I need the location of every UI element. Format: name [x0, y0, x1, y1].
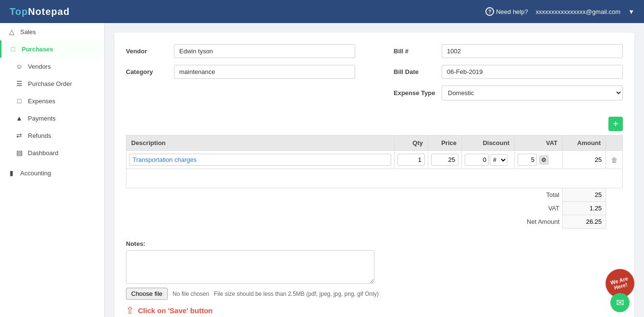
sidebar-label-purchases: Purchases	[22, 46, 53, 53]
form-card: Vendor Category Bill # Bill Date	[114, 33, 634, 317]
refunds-icon: ⇄	[15, 132, 23, 139]
form-right: Bill # Bill Date Expense Type Domestic I…	[374, 44, 623, 107]
arrow-up-icon: ⇧	[126, 305, 134, 315]
expense-type-label: Expense Type	[394, 89, 442, 97]
sidebar-label-dashboard: Dashboard	[28, 149, 59, 157]
sidebar-item-vendors[interactable]: ☺ Vendors	[0, 58, 104, 75]
sidebar-item-payments[interactable]: ▲ Payments	[0, 110, 104, 127]
vat-total-value: 1.25	[563, 202, 606, 215]
sidebar-label-purchase-order: Purchase Order	[28, 80, 72, 87]
col-discount: Discount	[462, 135, 515, 151]
header-right: ? Need help? xxxxxxxxxxxxxxxx@gmail.com …	[485, 7, 634, 16]
add-row-button[interactable]: +	[608, 117, 623, 131]
price-cell	[428, 151, 462, 169]
total-row: Total 25	[126, 188, 623, 202]
logo: TopNotepad	[10, 6, 70, 17]
logo-top: Top	[10, 6, 28, 17]
action-hint: ⇧ Click on 'Save' button	[126, 305, 623, 315]
vat-cell: ⚙	[515, 151, 563, 169]
discount-input[interactable]	[465, 154, 489, 166]
sidebar-label-sales: Sales	[20, 28, 36, 36]
help-link[interactable]: ? Need help?	[485, 7, 528, 16]
col-amount: Amount	[563, 135, 606, 151]
table-row: # % ⚙	[126, 151, 623, 169]
col-description: Description	[126, 135, 395, 151]
top-form: Vendor Category Bill # Bill Date	[126, 44, 623, 107]
sidebar-item-accounting[interactable]: ▮ Accounting	[0, 164, 104, 182]
col-qty: Qty	[395, 135, 428, 151]
discount-type-select[interactable]: # %	[490, 154, 508, 166]
chat-button[interactable]: ✉	[610, 293, 630, 312]
user-email[interactable]: xxxxxxxxxxxxxxxx@gmail.com	[536, 8, 620, 15]
bill-num-input[interactable]	[442, 44, 623, 58]
delete-row-button[interactable]: 🗑	[609, 156, 619, 164]
sidebar-item-expenses[interactable]: □ Expenses	[0, 92, 104, 110]
sidebar-item-dashboard[interactable]: ▤ Dashboard	[0, 144, 104, 161]
vendors-icon: ☺	[15, 62, 23, 70]
vendor-input[interactable]	[174, 44, 355, 58]
category-row: Category	[126, 65, 355, 79]
main-layout: △ Sales □ Purchases ☺ Vendors ☰ Purchase…	[0, 23, 644, 317]
total-label: Total	[515, 188, 563, 202]
sales-icon: △	[8, 28, 15, 36]
qty-cell	[395, 151, 428, 169]
table-header-row: +	[126, 117, 623, 131]
vat-total-label: VAT	[515, 202, 563, 215]
hint-text: Click on 'Save' button	[138, 306, 213, 315]
sidebar-label-payments: Payments	[28, 115, 56, 122]
vendor-row: Vendor	[126, 44, 355, 58]
logo-bottom: Notepad	[28, 6, 70, 17]
vendor-label: Vendor	[126, 48, 174, 55]
user-dropdown-icon[interactable]: ▼	[628, 8, 634, 15]
main-content: Vendor Category Bill # Bill Date	[105, 23, 644, 317]
col-vat: VAT	[515, 135, 563, 151]
header: TopNotepad ? Need help? xxxxxxxxxxxxxxxx…	[0, 0, 644, 23]
help-label: Need help?	[496, 8, 528, 15]
amount-value: 25	[595, 156, 602, 163]
sidebar-item-purchases[interactable]: □ Purchases	[0, 40, 104, 58]
dashboard-icon: ▤	[15, 149, 23, 157]
expense-type-row: Expense Type Domestic International	[394, 85, 623, 100]
sidebar-item-refunds[interactable]: ⇄ Refunds	[0, 127, 104, 144]
sidebar-label-vendors: Vendors	[28, 63, 51, 70]
bill-num-row: Bill #	[394, 44, 623, 58]
category-input[interactable]	[174, 65, 355, 79]
bill-date-label: Bill Date	[394, 68, 442, 75]
price-input[interactable]	[431, 154, 458, 166]
desc-cell	[126, 151, 395, 169]
description-input[interactable]	[129, 154, 391, 166]
vat-row: VAT 1.25	[126, 202, 623, 215]
purchases-icon: □	[9, 45, 17, 53]
notes-textarea[interactable]	[126, 250, 374, 284]
payments-icon: ▲	[15, 114, 23, 122]
accounting-icon: ▮	[8, 169, 15, 177]
vat-input[interactable]	[518, 154, 537, 166]
net-amount-row: Net Amount 26.25	[126, 215, 623, 229]
delete-cell: 🗑	[606, 151, 623, 169]
qty-input[interactable]	[397, 154, 425, 166]
total-value: 25	[563, 188, 606, 202]
vat-settings-button[interactable]: ⚙	[539, 155, 549, 165]
empty-row	[126, 169, 623, 188]
file-row: Choose file No file chosen File size sho…	[126, 288, 623, 300]
choose-file-button[interactable]: Choose file	[126, 288, 168, 300]
sidebar: △ Sales □ Purchases ☺ Vendors ☰ Purchase…	[0, 23, 105, 317]
expenses-icon: □	[15, 97, 23, 105]
discount-cell: # %	[462, 151, 515, 169]
bill-num-label: Bill #	[394, 48, 442, 55]
form-left: Vendor Category	[126, 44, 374, 107]
sidebar-label-refunds: Refunds	[28, 132, 51, 139]
col-actions	[606, 135, 623, 151]
table-section: + Description Qty Price Discount VAT Amo…	[126, 117, 623, 229]
col-price: Price	[428, 135, 462, 151]
file-hint: File size should be less than 2.5MB (pdf…	[214, 291, 379, 297]
help-icon: ?	[485, 7, 494, 16]
amount-cell: 25	[563, 151, 606, 169]
notes-section: Notes: Choose file No file chosen File s…	[126, 240, 623, 300]
line-items-table: Description Qty Price Discount VAT Amoun…	[126, 135, 623, 229]
sidebar-item-sales[interactable]: △ Sales	[0, 23, 104, 40]
expense-type-select[interactable]: Domestic International	[442, 85, 623, 100]
bill-date-input[interactable]	[442, 65, 623, 79]
sidebar-label-expenses: Expenses	[28, 98, 55, 105]
sidebar-item-purchase-order[interactable]: ☰ Purchase Order	[0, 75, 104, 92]
